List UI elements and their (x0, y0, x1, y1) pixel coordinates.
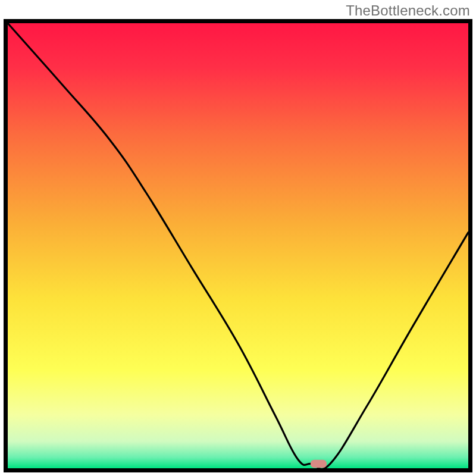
chart-frame: TheBottleneck.com (0, 0, 476, 476)
plot-svg (4, 19, 472, 472)
watermark-text: TheBottleneck.com (346, 2, 470, 19)
background-gradient (8, 23, 468, 468)
plot-area (4, 19, 472, 472)
minimum-marker (311, 460, 327, 468)
